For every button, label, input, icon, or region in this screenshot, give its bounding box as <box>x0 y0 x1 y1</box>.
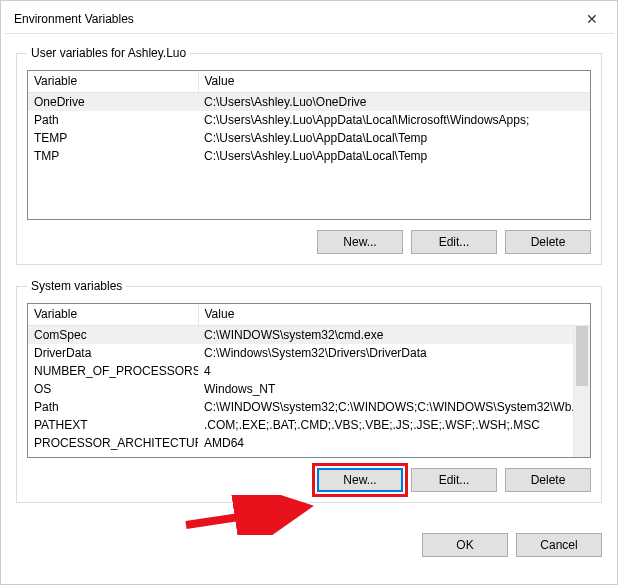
system-variables-table[interactable]: Variable Value ComSpec C:\WINDOWS\system… <box>28 304 590 452</box>
cell-val: C:\WINDOWS\system32\cmd.exe <box>198 325 590 344</box>
cell-val: C:\Users\Ashley.Luo\AppData\Local\Micros… <box>198 111 590 129</box>
system-buttons: New... Edit... Delete <box>27 468 591 492</box>
titlebar: Environment Variables ✕ <box>4 4 614 34</box>
cell-val: .COM;.EXE;.BAT;.CMD;.VBS;.VBE;.JS;.JSE;.… <box>198 416 590 434</box>
cell-var: TEMP <box>28 129 198 147</box>
table-header-row[interactable]: Variable Value <box>28 304 590 325</box>
close-button[interactable]: ✕ <box>569 4 614 34</box>
cell-var: Path <box>28 398 198 416</box>
user-group-legend: User variables for Ashley.Luo <box>27 46 190 60</box>
user-variables-table[interactable]: Variable Value OneDrive C:\Users\Ashley.… <box>28 71 590 165</box>
cell-val: C:\Windows\System32\Drivers\DriverData <box>198 344 590 362</box>
cell-val: C:\Users\Ashley.Luo\AppData\Local\Temp <box>198 147 590 165</box>
user-col-variable[interactable]: Variable <box>28 71 198 92</box>
cell-val: 4 <box>198 362 590 380</box>
cancel-button[interactable]: Cancel <box>516 533 602 557</box>
cell-var: DriverData <box>28 344 198 362</box>
table-row[interactable]: OneDrive C:\Users\Ashley.Luo\OneDrive <box>28 92 590 111</box>
table-header-row[interactable]: Variable Value <box>28 71 590 92</box>
table-row[interactable]: PROCESSOR_ARCHITECTURE AMD64 <box>28 434 590 452</box>
user-edit-button[interactable]: Edit... <box>411 230 497 254</box>
ok-button[interactable]: OK <box>422 533 508 557</box>
scrollbar[interactable] <box>573 326 590 457</box>
cell-var: Path <box>28 111 198 129</box>
sys-col-variable[interactable]: Variable <box>28 304 198 325</box>
cell-val: AMD64 <box>198 434 590 452</box>
table-row[interactable]: PATHEXT .COM;.EXE;.BAT;.CMD;.VBS;.VBE;.J… <box>28 416 590 434</box>
table-row[interactable]: NUMBER_OF_PROCESSORS 4 <box>28 362 590 380</box>
cell-var: OneDrive <box>28 92 198 111</box>
dialog-buttons: OK Cancel <box>4 527 614 567</box>
system-edit-button[interactable]: Edit... <box>411 468 497 492</box>
table-row[interactable]: TEMP C:\Users\Ashley.Luo\AppData\Local\T… <box>28 129 590 147</box>
cell-val: C:\Users\Ashley.Luo\OneDrive <box>198 92 590 111</box>
table-row[interactable]: TMP C:\Users\Ashley.Luo\AppData\Local\Te… <box>28 147 590 165</box>
table-row[interactable]: DriverData C:\Windows\System32\Drivers\D… <box>28 344 590 362</box>
cell-val: C:\Users\Ashley.Luo\AppData\Local\Temp <box>198 129 590 147</box>
scrollbar-thumb[interactable] <box>576 326 588 386</box>
sys-col-value[interactable]: Value <box>198 304 590 325</box>
system-group-legend: System variables <box>27 279 126 293</box>
cell-var: TMP <box>28 147 198 165</box>
table-row[interactable]: OS Windows_NT <box>28 380 590 398</box>
cell-val: Windows_NT <box>198 380 590 398</box>
user-buttons: New... Edit... Delete <box>27 230 591 254</box>
cell-var: OS <box>28 380 198 398</box>
system-variables-table-container: Variable Value ComSpec C:\WINDOWS\system… <box>27 303 591 458</box>
user-variables-group: User variables for Ashley.Luo Variable V… <box>16 46 602 265</box>
system-delete-button[interactable]: Delete <box>505 468 591 492</box>
cell-var: PROCESSOR_ARCHITECTURE <box>28 434 198 452</box>
cell-var: ComSpec <box>28 325 198 344</box>
table-row[interactable]: ComSpec C:\WINDOWS\system32\cmd.exe <box>28 325 590 344</box>
user-new-button[interactable]: New... <box>317 230 403 254</box>
table-row[interactable]: Path C:\WINDOWS\system32;C:\WINDOWS;C:\W… <box>28 398 590 416</box>
user-variables-table-container: Variable Value OneDrive C:\Users\Ashley.… <box>27 70 591 220</box>
cell-var: PATHEXT <box>28 416 198 434</box>
user-col-value[interactable]: Value <box>198 71 590 92</box>
close-icon: ✕ <box>586 11 598 27</box>
window-title: Environment Variables <box>14 12 134 26</box>
system-new-button[interactable]: New... <box>317 468 403 492</box>
system-variables-group: System variables Variable Value ComSpec … <box>16 279 602 503</box>
user-delete-button[interactable]: Delete <box>505 230 591 254</box>
cell-var: NUMBER_OF_PROCESSORS <box>28 362 198 380</box>
table-row[interactable]: Path C:\Users\Ashley.Luo\AppData\Local\M… <box>28 111 590 129</box>
cell-val: C:\WINDOWS\system32;C:\WINDOWS;C:\WINDOW… <box>198 398 590 416</box>
